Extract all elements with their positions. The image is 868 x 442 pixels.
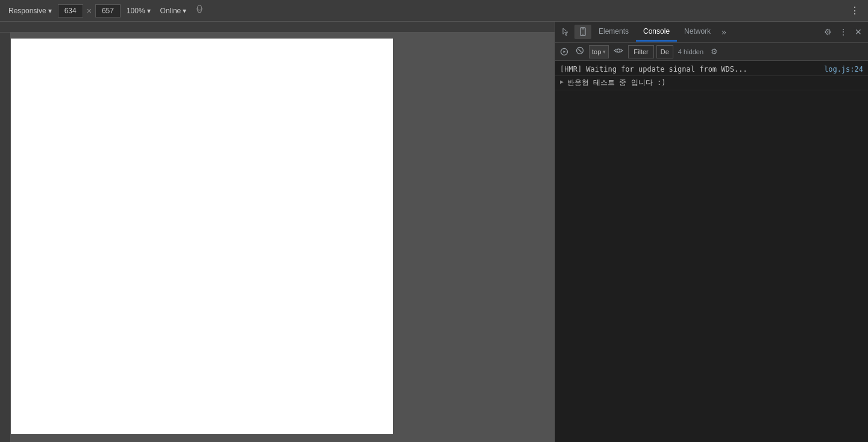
devtools-settings-button[interactable]: ⚙ [820,25,835,39]
zoom-label: 100% [127,7,145,15]
record-icon [560,48,568,56]
responsive-dropdown[interactable]: Responsive ▾ [5,5,55,17]
width-input[interactable] [58,4,83,17]
context-value: top [592,48,601,55]
console-entry-hmr: [HMR] Waiting for update signal from WDS… [555,63,868,76]
expand-arrow[interactable]: ▶ [560,78,564,85]
hmr-message: [HMR] Waiting for update signal from WDS… [560,65,824,73]
devtools-panel: Elements Console Network » ⚙ ⋮ [555,22,868,442]
console-settings-button[interactable]: ⚙ [708,46,720,57]
console-clear-button[interactable] [573,45,587,58]
online-dropdown[interactable]: Online ▾ [157,5,190,17]
device-toggle-button[interactable] [574,25,591,39]
devtools-close-button[interactable]: ✕ [851,25,866,39]
close-icon: ✕ [855,27,862,37]
height-input[interactable] [95,4,121,17]
svg-point-0 [198,5,202,10]
inspect-element-button[interactable] [558,25,574,39]
tab-console[interactable]: Console [636,22,677,42]
tab-elements[interactable]: Elements [591,22,636,42]
hidden-count-label: 4 hidden [678,48,703,55]
filter-label: Filter [634,48,648,55]
more-options-button[interactable]: ⋮ [846,4,863,17]
responsive-chevron: ▾ [48,7,52,15]
toolbar-right: ⋮ [846,4,863,17]
horizontal-ruler [0,22,555,33]
settings-icon: ⚙ [824,27,832,37]
hmr-source-link[interactable]: log.js:24 [824,65,863,73]
console-eye-button[interactable] [611,46,626,57]
vertical-ruler [0,33,11,442]
tab-elements-label: Elements [599,27,629,36]
console-record-button[interactable] [558,46,571,57]
devtools-tab-bar: Elements Console Network » ⚙ ⋮ [555,22,868,43]
more-tabs-button[interactable]: » [718,25,730,39]
online-chevron: ▾ [183,7,186,15]
console-output[interactable]: [HMR] Waiting for update signal from WDS… [555,61,868,442]
devtools-main: Elements Console Network » ⚙ ⋮ [0,22,868,442]
tab-network-label: Network [684,27,711,36]
device-icon [578,27,588,37]
cursor-icon [561,27,571,37]
tab-network[interactable]: Network [677,22,718,42]
svg-point-2 [582,34,583,35]
context-chevron-icon: ▾ [603,49,606,55]
zoom-chevron: ▾ [147,7,151,15]
touch-icon [195,5,204,14]
toolbar-left: Responsive ▾ × 100% ▾ Online ▾ [5,4,844,18]
devtools-more-icon: ⋮ [839,27,848,37]
responsive-label: Responsive [8,7,46,15]
console-entry-korean: ▶ 반응형 테스트 중 입니다 :) [555,76,868,90]
hidden-count-button[interactable]: 4 hidden [676,47,706,57]
online-label: Online [160,7,181,15]
svg-line-6 [578,49,582,52]
dimension-separator: × [86,6,93,16]
more-tabs-icon: » [722,27,726,37]
viewport-area [0,22,555,442]
de-button[interactable]: De [656,45,673,58]
eye-icon [614,47,623,54]
page-container [11,39,555,442]
tab-console-label: Console [643,27,670,36]
devtools-toolbar: Responsive ▾ × 100% ▾ Online ▾ ⋮ [0,0,868,22]
korean-message: 반응형 테스트 중 입니다 :) [567,78,863,88]
de-label: De [661,48,669,55]
devtools-more-button[interactable]: ⋮ [835,25,851,39]
viewport-content-wrapper [0,33,555,442]
more-icon: ⋮ [850,5,860,16]
console-gear-icon: ⚙ [711,47,718,56]
context-selector[interactable]: top ▾ [589,45,609,58]
console-toolbar: top ▾ Filter De 4 hidden [555,43,868,61]
clear-icon [576,46,584,55]
white-page [11,39,393,434]
zoom-dropdown[interactable]: 100% ▾ [123,5,154,17]
filter-button[interactable]: Filter [628,45,653,58]
touch-button[interactable] [192,4,207,18]
svg-point-7 [617,49,620,52]
